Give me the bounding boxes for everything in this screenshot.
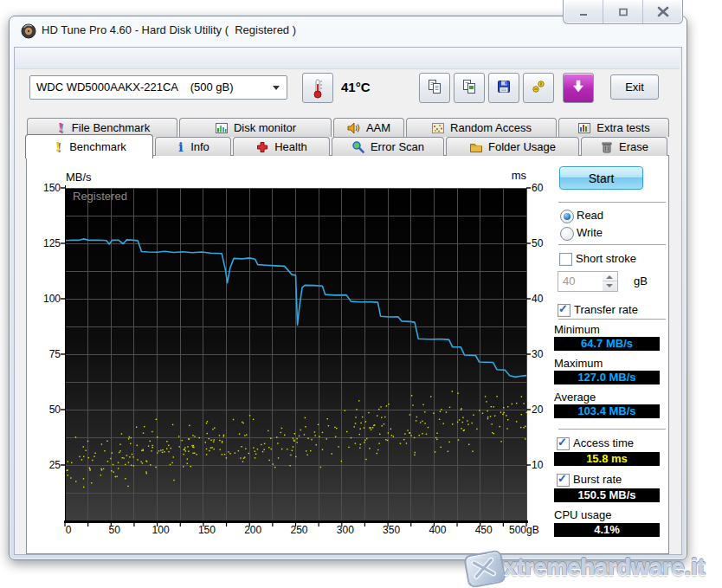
app-icon	[21, 23, 36, 39]
svg-text:!: !	[57, 121, 63, 135]
transfer-rate-label[interactable]: Transfer rate	[574, 303, 638, 316]
download-button[interactable]	[563, 73, 594, 103]
capacity-input[interactable]: 40	[558, 271, 604, 292]
x-axis-tick: 200	[232, 524, 274, 536]
burst-rate-value: 150.5 MB/s	[554, 488, 660, 502]
close-icon	[656, 6, 670, 17]
access-time-label[interactable]: Access time	[573, 436, 634, 449]
capacity-stepper[interactable]	[603, 271, 618, 292]
tab-label: Erase	[619, 140, 648, 153]
x-axis-tick: 300	[325, 524, 366, 536]
minimize-icon	[577, 7, 590, 17]
average-value: 103.4 MB/s	[554, 404, 660, 418]
drive-selected-value: WDC WD5000AAKX-221CA (500 gB)	[36, 81, 234, 94]
drive-select-combobox[interactable]: WDC WD5000AAKX-221CA (500 gB)	[29, 75, 287, 100]
tools-icon	[531, 79, 546, 98]
download-arrow-icon	[570, 78, 587, 99]
separator	[558, 202, 666, 203]
info-icon: i	[177, 140, 185, 154]
health-cross-icon	[255, 140, 269, 154]
left-axis-unit: MB/s	[66, 171, 92, 184]
y-right-axis-tick: 40	[532, 293, 558, 305]
start-button[interactable]: Start	[559, 166, 643, 190]
exclamation-yellow-icon: !!	[52, 140, 64, 154]
bar-monitor-icon	[215, 121, 229, 135]
y-right-axis-tick: 60	[532, 182, 558, 194]
tab-disk-monitor[interactable]: Disk monitor	[179, 118, 332, 137]
tab-label: Extra tests	[596, 121, 649, 134]
save-button[interactable]	[488, 73, 519, 103]
scatter-dots-icon	[431, 121, 445, 135]
temperature-button[interactable]	[302, 73, 333, 103]
window-title: HD Tune Pro 4.60 - Hard Disk Utility ( R…	[42, 23, 296, 36]
tab-label: AAM	[366, 121, 390, 134]
tab-health[interactable]: Health	[233, 137, 330, 156]
temperature-value: 41°C	[341, 80, 371, 94]
tab-erase[interactable]: Erase	[581, 137, 667, 156]
exit-button[interactable]: Exit	[610, 74, 659, 100]
copy-image-icon	[461, 79, 477, 98]
tab-folder-usage[interactable]: Folder Usage	[446, 137, 579, 156]
tab-aam[interactable]: AAM	[333, 118, 404, 137]
exclamation-magenta-icon: !!	[55, 121, 67, 135]
y-left-axis-tick: 150	[24, 182, 61, 194]
transfer-rate-checkbox[interactable]	[558, 304, 571, 317]
right-axis-unit: ms	[499, 169, 526, 182]
y-left-axis-tick: 75	[24, 348, 61, 360]
options-button[interactable]	[523, 73, 554, 103]
folder-icon	[469, 140, 483, 154]
copy-image-button[interactable]	[454, 73, 485, 103]
x-axis-tick: 500gB	[509, 524, 551, 536]
y-left-axis-tick: 50	[24, 404, 61, 416]
screenshot-page: HD Tune Pro 4.60 - Hard Disk Utility ( R…	[0, 0, 722, 588]
burst-rate-checkbox[interactable]	[557, 474, 570, 487]
capacity-unit-label: gB	[634, 275, 648, 288]
close-button[interactable]	[643, 0, 682, 23]
menu-bar	[15, 48, 680, 69]
mini-chart-icon	[577, 121, 591, 135]
tab-label: Info	[190, 140, 210, 153]
tab-benchmark[interactable]: !!Benchmark	[25, 134, 153, 158]
tab-info[interactable]: iInfo	[155, 137, 231, 156]
magnifier-icon	[351, 140, 365, 154]
window-controls	[563, 0, 683, 24]
tab-label: Health	[274, 140, 307, 153]
access-time-value: 15.8 ms	[554, 452, 660, 466]
read-radio[interactable]	[560, 210, 574, 223]
x-axis-tick: 450	[463, 524, 505, 536]
maximum-label: Maximum	[554, 357, 603, 370]
floppy-disk-icon	[496, 79, 512, 98]
copy-pages-icon	[427, 79, 442, 98]
site-logo-x-icon	[463, 549, 506, 588]
write-radio-label[interactable]: Write	[577, 226, 603, 239]
thermometer-icon	[312, 78, 324, 99]
maximize-button[interactable]	[603, 0, 643, 23]
x-axis-tick: 400	[416, 524, 458, 536]
trash-icon	[600, 140, 614, 154]
x-axis-tick: 150	[186, 524, 228, 536]
access-time-checkbox[interactable]	[557, 437, 570, 450]
stepper-up-icon[interactable]	[606, 275, 613, 279]
tab-extra-tests[interactable]: Extra tests	[558, 118, 669, 137]
stepper-down-icon[interactable]	[606, 284, 613, 288]
svg-text:i: i	[178, 140, 184, 154]
chevron-down-icon	[273, 86, 280, 90]
minimize-button[interactable]	[564, 0, 603, 23]
copy-text-button[interactable]	[419, 73, 450, 103]
tab-random-access[interactable]: Random Access	[406, 118, 557, 137]
cpu-usage-label: CPU usage	[554, 508, 611, 521]
burst-rate-label[interactable]: Burst rate	[573, 473, 622, 486]
read-radio-label[interactable]: Read	[577, 209, 603, 222]
tab-error-scan[interactable]: Error Scan	[332, 137, 444, 156]
y-left-axis-tick: 100	[24, 293, 61, 305]
benchmark-chart	[58, 184, 533, 528]
tab-label: File Benchmark	[72, 121, 150, 134]
minimum-label: Minimum	[554, 323, 600, 336]
short-stroke-label[interactable]: Short stroke	[576, 252, 636, 265]
average-label: Average	[554, 391, 596, 404]
short-stroke-checkbox[interactable]	[559, 253, 572, 266]
write-radio[interactable]	[560, 227, 574, 241]
site-watermark-text: xtremehardware.it	[504, 554, 706, 581]
tab-label: Random Access	[450, 121, 532, 134]
registered-watermark: Registered	[73, 190, 127, 203]
